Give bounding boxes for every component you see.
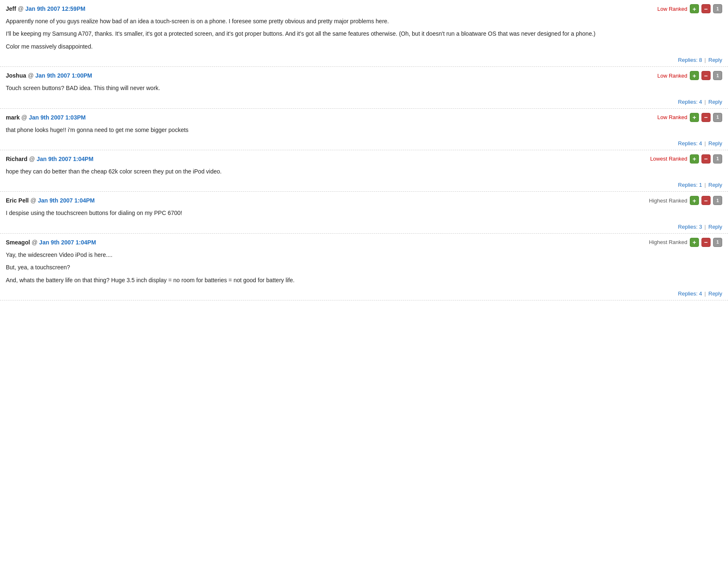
rank-area: Low Ranked+−1 [657, 113, 722, 122]
reply-link[interactable]: Reply [708, 57, 722, 63]
comment-footer: Replies: 4|Reply [6, 289, 722, 297]
rank-label: Highest Ranked [649, 198, 688, 204]
comment-block: Eric Pell @ Jan 9th 2007 1:04PMHighest R… [0, 192, 728, 233]
at-sign: @ [20, 114, 29, 121]
vote-down-button[interactable]: − [701, 71, 711, 80]
rank-area: Highest Ranked+−1 [649, 196, 723, 205]
comment-author: Smeagol @ Jan 9th 2007 1:04PM [6, 239, 96, 246]
comment-header: Jeff @ Jan 9th 2007 12:59PMLow Ranked+−1 [6, 4, 722, 13]
vote-down-button[interactable]: − [701, 113, 711, 122]
comment-footer: Replies: 8|Reply [6, 55, 722, 63]
comment-block: Smeagol @ Jan 9th 2007 1:04PMHighest Ran… [0, 234, 728, 300]
reply-link[interactable]: Reply [708, 99, 722, 105]
reply-link[interactable]: Reply [708, 224, 722, 230]
vote-up-button[interactable]: + [690, 154, 699, 164]
rank-area: Lowest Ranked+−1 [650, 154, 722, 164]
author-name: Eric Pell [6, 197, 29, 204]
comments-container: Jeff @ Jan 9th 2007 12:59PMLow Ranked+−1… [0, 0, 728, 300]
vote-down-button[interactable]: − [701, 4, 711, 13]
flag-button[interactable]: 1 [713, 71, 722, 80]
comment-paragraph: that phone looks huge!! i'm gonna need t… [6, 125, 722, 134]
reply-link[interactable]: Reply [708, 140, 722, 146]
rank-area: Low Ranked+−1 [657, 4, 722, 13]
comment-footer: Replies: 3|Reply [6, 222, 722, 230]
flag-button[interactable]: 1 [713, 196, 722, 205]
rank-label: Highest Ranked [649, 239, 688, 245]
rank-area: Low Ranked+−1 [657, 71, 722, 80]
author-name: Richard [6, 156, 27, 162]
vote-down-button[interactable]: − [701, 238, 711, 247]
footer-divider: | [704, 224, 706, 230]
comment-body: Apparently none of you guys realize how … [6, 17, 722, 51]
at-sign: @ [27, 156, 37, 162]
footer-divider: | [704, 182, 706, 188]
comment-footer: Replies: 1|Reply [6, 180, 722, 188]
replies-count: Replies: 4 [678, 99, 702, 105]
rank-area: Highest Ranked+−1 [649, 238, 723, 247]
comment-author-area: Eric Pell @ Jan 9th 2007 1:04PM [6, 197, 95, 204]
vote-down-button[interactable]: − [701, 196, 711, 205]
flag-button[interactable]: 1 [713, 4, 722, 13]
comment-header: mark @ Jan 9th 2007 1:03PMLow Ranked+−1 [6, 113, 722, 122]
comment-paragraph: I despise using the touchscreen buttons … [6, 208, 722, 217]
comment-block: Richard @ Jan 9th 2007 1:04PMLowest Rank… [0, 150, 728, 192]
comment-footer: Replies: 4|Reply [6, 139, 722, 146]
comment-block: Jeff @ Jan 9th 2007 12:59PMLow Ranked+−1… [0, 0, 728, 67]
comment-header: Joshua @ Jan 9th 2007 1:00PMLow Ranked+−… [6, 71, 722, 80]
comment-paragraph: Yay, the widescreen Video iPod is here..… [6, 250, 722, 259]
replies-count: Replies: 4 [678, 290, 702, 297]
comment-date: Jan 9th 2007 1:04PM [37, 156, 93, 162]
comment-body: hope they can do better than the cheap 6… [6, 167, 722, 176]
vote-up-button[interactable]: + [690, 4, 699, 13]
replies-count: Replies: 3 [678, 224, 702, 230]
author-name: mark [6, 114, 20, 121]
reply-link[interactable]: Reply [708, 290, 722, 297]
rank-label: Low Ranked [657, 73, 687, 79]
reply-link[interactable]: Reply [708, 182, 722, 188]
comment-block: Joshua @ Jan 9th 2007 1:00PMLow Ranked+−… [0, 67, 728, 108]
replies-count: Replies: 8 [678, 57, 702, 63]
comment-paragraph: But, yea, a touchscreen? [6, 263, 722, 272]
vote-down-button[interactable]: − [701, 154, 711, 164]
footer-divider: | [704, 57, 706, 63]
comment-block: mark @ Jan 9th 2007 1:03PMLow Ranked+−1t… [0, 109, 728, 150]
rank-label: Low Ranked [657, 6, 687, 12]
comment-header: Richard @ Jan 9th 2007 1:04PMLowest Rank… [6, 154, 722, 164]
at-sign: @ [16, 5, 25, 12]
vote-up-button[interactable]: + [690, 196, 699, 205]
flag-button[interactable]: 1 [713, 154, 722, 164]
comment-date: Jan 9th 2007 1:04PM [39, 239, 96, 246]
footer-divider: | [704, 290, 706, 297]
at-sign: @ [29, 197, 38, 204]
author-name: Smeagol [6, 239, 30, 246]
comment-author: Joshua @ Jan 9th 2007 1:00PM [6, 72, 92, 79]
comment-paragraph: And, whats the battery life on that thin… [6, 276, 722, 285]
comment-body: that phone looks huge!! i'm gonna need t… [6, 125, 722, 134]
comment-header: Eric Pell @ Jan 9th 2007 1:04PMHighest R… [6, 196, 722, 205]
at-sign: @ [26, 72, 35, 79]
comment-author: mark @ Jan 9th 2007 1:03PM [6, 114, 86, 121]
comment-paragraph: Apparently none of you guys realize how … [6, 17, 722, 26]
comment-author-area: mark @ Jan 9th 2007 1:03PM [6, 114, 86, 121]
comment-date: Jan 9th 2007 1:04PM [38, 197, 95, 204]
vote-up-button[interactable]: + [690, 238, 699, 247]
comment-date: Jan 9th 2007 12:59PM [25, 5, 86, 12]
author-name: Jeff [6, 5, 16, 12]
flag-button[interactable]: 1 [713, 113, 722, 122]
comment-author: Richard @ Jan 9th 2007 1:04PM [6, 156, 93, 162]
comment-date: Jan 9th 2007 1:00PM [35, 72, 92, 79]
comment-date: Jan 9th 2007 1:03PM [29, 114, 86, 121]
flag-button[interactable]: 1 [713, 238, 722, 247]
comment-author-area: Jeff @ Jan 9th 2007 12:59PM [6, 5, 86, 12]
comment-author-area: Richard @ Jan 9th 2007 1:04PM [6, 156, 93, 162]
comment-author-area: Smeagol @ Jan 9th 2007 1:04PM [6, 239, 96, 246]
vote-up-button[interactable]: + [690, 71, 699, 80]
replies-count: Replies: 4 [678, 140, 702, 146]
comment-body: Yay, the widescreen Video iPod is here..… [6, 250, 722, 285]
comment-author-area: Joshua @ Jan 9th 2007 1:00PM [6, 72, 92, 79]
rank-label: Low Ranked [657, 114, 687, 120]
comment-footer: Replies: 4|Reply [6, 97, 722, 105]
at-sign: @ [30, 239, 39, 246]
comment-author: Jeff @ Jan 9th 2007 12:59PM [6, 5, 86, 12]
vote-up-button[interactable]: + [690, 113, 699, 122]
